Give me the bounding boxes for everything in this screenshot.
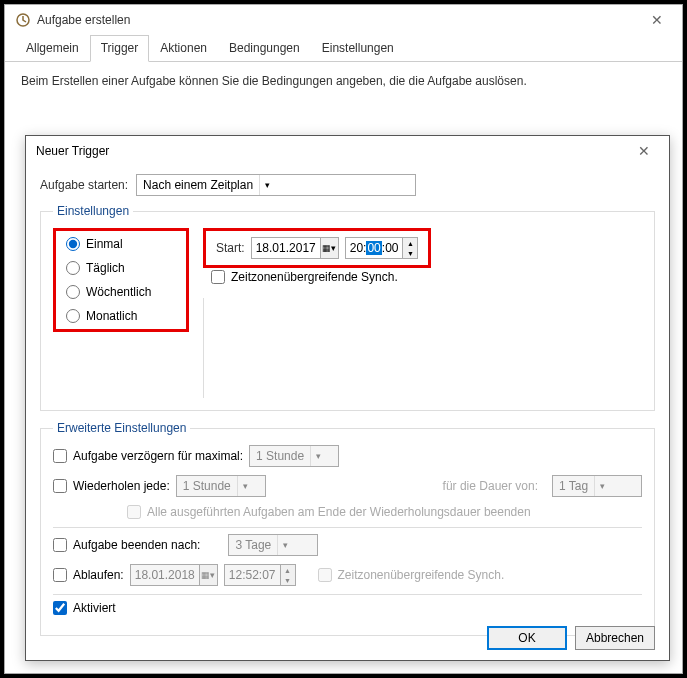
radio-taeglich[interactable]: Täglich: [66, 261, 176, 275]
divider: [53, 527, 642, 528]
tab-trigger[interactable]: Trigger: [90, 35, 150, 62]
advanced-legend: Erweiterte Einstellungen: [53, 421, 190, 435]
advanced-group: Erweiterte Einstellungen Aufgabe verzöge…: [40, 421, 655, 636]
chevron-down-icon: ▾: [259, 175, 275, 195]
highlight-frequency: Einmal Täglich Wöchentlich Monatlich: [53, 228, 189, 332]
close-icon[interactable]: ✕: [642, 12, 672, 28]
divider: [53, 594, 642, 595]
close-icon[interactable]: ✕: [629, 143, 659, 159]
start-time-input[interactable]: 20:00:00 ▲▼: [345, 237, 419, 259]
inner-title: Neuer Trigger: [36, 144, 109, 158]
expire-tz-checkbox: Zeitzonenübergreifende Synch.: [318, 568, 505, 582]
delay-checkbox[interactable]: Aufgabe verzögern für maximal:: [53, 449, 243, 463]
duration-select: 1 Tag ▾: [552, 475, 642, 497]
new-trigger-dialog: Neuer Trigger ✕ Aufgabe starten: Nach ei…: [25, 135, 670, 661]
chevron-down-icon: ▾: [594, 476, 610, 496]
expire-checkbox[interactable]: Ablaufen:: [53, 568, 124, 582]
repeat-checkbox[interactable]: Wiederholen jede:: [53, 479, 170, 493]
expire-date-input: 18.01.2018 ▦▾: [130, 564, 218, 586]
blank-area: [203, 298, 642, 398]
button-bar: OK Abbrechen: [487, 626, 655, 650]
repeat-select: 1 Stunde ▾: [176, 475, 266, 497]
settings-group: Einstellungen Einmal Täglich Wöchentlich…: [40, 204, 655, 411]
create-task-window: Aufgabe erstellen ✕ Allgemein Trigger Ak…: [4, 4, 683, 674]
tab-description: Beim Erstellen einer Aufgabe können Sie …: [5, 62, 682, 100]
tab-bedingungen[interactable]: Bedingungen: [218, 35, 311, 61]
outer-title: Aufgabe erstellen: [37, 13, 130, 27]
settings-legend: Einstellungen: [53, 204, 133, 218]
calendar-icon[interactable]: ▦▾: [320, 238, 338, 258]
activated-checkbox[interactable]: Aktiviert: [53, 601, 642, 615]
start-task-select[interactable]: Nach einem Zeitplan ▾: [136, 174, 416, 196]
start-date-input[interactable]: 18.01.2017 ▦▾: [251, 237, 339, 259]
clock-icon: [15, 12, 31, 28]
tab-bar: Allgemein Trigger Aktionen Bedingungen E…: [5, 35, 682, 62]
outer-title-bar: Aufgabe erstellen ✕: [5, 5, 682, 35]
start-task-label: Aufgabe starten:: [40, 178, 128, 192]
tab-einstellungen[interactable]: Einstellungen: [311, 35, 405, 61]
chevron-down-icon: ▾: [277, 535, 293, 555]
stop-after-checkbox[interactable]: Aufgabe beenden nach:: [53, 538, 200, 552]
duration-label: für die Dauer von:: [443, 479, 538, 493]
chevron-down-icon: ▾: [310, 446, 326, 466]
start-label: Start:: [216, 241, 245, 255]
expire-time-input: 12:52:07 ▲▼: [224, 564, 296, 586]
spinner-icon: ▲▼: [280, 565, 295, 585]
radio-woechentlich[interactable]: Wöchentlich: [66, 285, 176, 299]
stop-end-label: Alle ausgeführten Aufgaben am Ende der W…: [147, 505, 531, 519]
delay-select: 1 Stunde ▾: [249, 445, 339, 467]
stop-after-select: 3 Tage ▾: [228, 534, 318, 556]
tz-sync-checkbox[interactable]: Zeitzonenübergreifende Synch.: [211, 270, 398, 284]
highlight-start: Start: 18.01.2017 ▦▾ 20:00:00 ▲▼: [203, 228, 431, 268]
radio-einmal[interactable]: Einmal: [66, 237, 176, 251]
calendar-icon: ▦▾: [199, 565, 217, 585]
cancel-button[interactable]: Abbrechen: [575, 626, 655, 650]
inner-title-bar: Neuer Trigger ✕: [26, 136, 669, 166]
tab-allgemein[interactable]: Allgemein: [15, 35, 90, 61]
stop-end-checkbox: [127, 505, 141, 519]
chevron-down-icon: ▾: [237, 476, 253, 496]
spinner-icon[interactable]: ▲▼: [402, 238, 417, 258]
ok-button[interactable]: OK: [487, 626, 567, 650]
radio-monatlich[interactable]: Monatlich: [66, 309, 176, 323]
tab-aktionen[interactable]: Aktionen: [149, 35, 218, 61]
